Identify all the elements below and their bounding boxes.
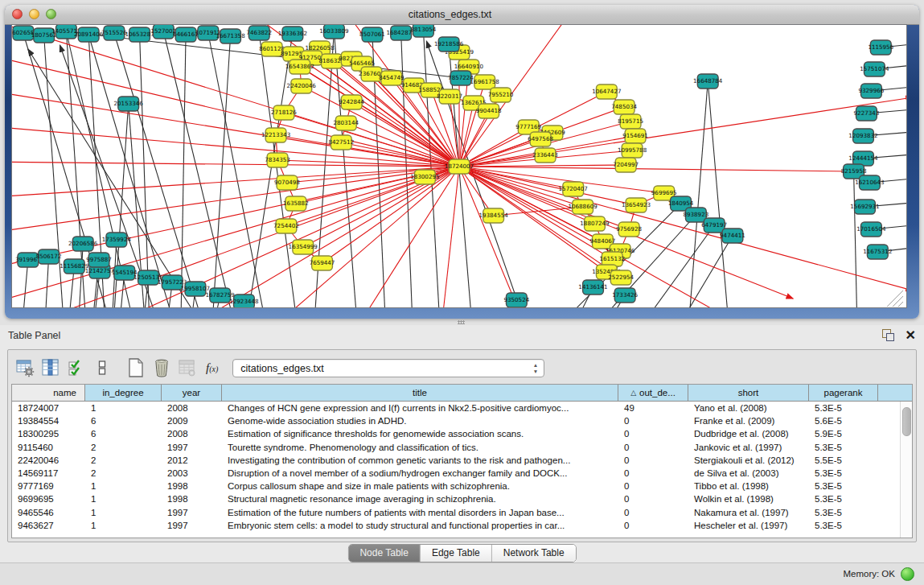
table-cell[interactable]: 2012	[162, 455, 222, 465]
table-cell[interactable]: 2	[85, 443, 162, 452]
table-cell[interactable]: 9777169	[12, 481, 85, 491]
column-chooser-icon[interactable]	[39, 356, 63, 380]
table-cell[interactable]: 2008	[162, 429, 222, 439]
graph-node[interactable]: 19218586	[434, 37, 464, 51]
table-cell[interactable]: de Silva et al. (2003)	[688, 468, 809, 478]
table-cell[interactable]: 2008	[162, 403, 222, 413]
graph-node[interactable]: 1635882	[283, 196, 309, 211]
graph-node[interactable]: 9242844	[339, 95, 364, 109]
graph-node[interactable]: 8506172	[36, 249, 62, 264]
network-window-titlebar[interactable]: citations_edges.txt	[5, 5, 919, 25]
table-cell[interactable]: 2	[85, 455, 162, 465]
table-cell[interactable]: 5.3E-5	[809, 494, 878, 504]
graph-node[interactable]: 9756928	[616, 222, 642, 237]
table-cell[interactable]: Franke et al. (2009)	[688, 416, 809, 426]
table-cell[interactable]: 6	[85, 429, 162, 439]
table-cell[interactable]: 1	[85, 521, 162, 530]
table-cell[interactable]: Wolkin et al. (1998)	[688, 494, 809, 504]
canvas-resize-grip-icon[interactable]	[887, 290, 903, 307]
table-cell[interactable]: 0	[618, 468, 688, 478]
table-cell[interactable]: Estimation of significance thresholds fo…	[222, 429, 618, 439]
table-cell[interactable]: 5.3E-5	[809, 403, 878, 413]
table-cell[interactable]: 5.9E-5	[809, 429, 878, 439]
table-cell[interactable]: Stergiakouli et al. (2012)	[688, 455, 809, 465]
table-select[interactable]: citations_edges.txt ▲▼	[232, 359, 544, 377]
graph-node[interactable]: 9474411	[720, 229, 745, 243]
table-row[interactable]: 1872400712008Changes of HCN gene express…	[12, 402, 901, 414]
merge-columns-icon[interactable]	[90, 356, 114, 380]
table-cell[interactable]: Structural magnetic resonance image aver…	[222, 494, 618, 504]
table-cell[interactable]: Tibbo et al. (1998)	[688, 481, 809, 491]
table-cell[interactable]: 1997	[162, 443, 222, 452]
table-cell[interactable]: 9463627	[12, 521, 85, 530]
float-window-icon[interactable]	[882, 329, 894, 341]
column-header-out_de[interactable]: △out_de...	[618, 385, 688, 401]
graph-edge[interactable]	[259, 33, 296, 307]
table-cell[interactable]: 0	[618, 429, 688, 439]
graph-node[interactable]: 20891406	[74, 27, 104, 42]
table-row[interactable]: 946554611997Estimation of the future num…	[12, 506, 901, 519]
graph-node[interactable]: 6497568	[528, 132, 553, 146]
graph-node[interactable]: 7254402	[273, 219, 299, 233]
graph-node[interactable]: 18300295	[410, 170, 439, 184]
graph-node[interactable]: 15692931	[850, 200, 879, 214]
graph-node[interactable]: 2803144	[333, 116, 359, 130]
graph-node[interactable]: 10688609	[568, 200, 598, 214]
table-cell[interactable]: 14569117	[12, 468, 85, 478]
graph-edge[interactable]	[689, 81, 708, 307]
graph-node[interactable]: 8507061	[359, 27, 385, 42]
graph-node[interactable]: 15751074	[860, 62, 889, 76]
graph-node[interactable]: 14136141	[578, 280, 607, 295]
table-cell[interactable]: Yano et al. (2008)	[688, 403, 809, 413]
table-row[interactable]: 969969511998Structural magnetic resonanc…	[12, 492, 901, 505]
panel-splitter[interactable]	[0, 319, 924, 325]
graph-node[interactable]: 20206586	[68, 237, 98, 251]
graph-node[interactable]: 1733426	[612, 288, 638, 303]
graph-node[interactable]: 22420046	[287, 79, 317, 93]
column-header-short[interactable]: short	[688, 385, 809, 401]
table-cell[interactable]: 5.3E-5	[809, 481, 878, 491]
graph-node[interactable]: 12213343	[261, 128, 290, 142]
table-cell[interactable]: 5.3E-5	[809, 508, 878, 517]
table-cell[interactable]: 5.6E-5	[809, 416, 878, 426]
table-cell[interactable]: Tourette syndrome. Phenomenology and cla…	[222, 443, 618, 452]
graph-node[interactable]: 7463822	[246, 26, 272, 40]
tab-edge-table[interactable]: Edge Table	[421, 545, 492, 562]
graph-node[interactable]: 7857224	[448, 71, 474, 85]
graph-node[interactable]: 7515526	[101, 26, 127, 40]
table-cell[interactable]: 6	[85, 416, 162, 426]
graph-node[interactable]: 15720407	[559, 182, 588, 196]
graph-edge[interactable]	[213, 36, 231, 307]
graph-node[interactable]: 10995788	[618, 143, 647, 158]
table-cell[interactable]: Corpus callosum shape and size in male p…	[222, 481, 618, 491]
table-cell[interactable]: 5.3E-5	[809, 443, 878, 452]
table-cell[interactable]: 18724007	[12, 403, 85, 413]
graph-node[interactable]: 16648784	[693, 74, 723, 89]
table-cell[interactable]: Disruption of a novel member of a sodium…	[222, 468, 618, 478]
graph-node[interactable]: 20153346	[114, 97, 144, 111]
graph-node[interactable]: 9070498	[274, 175, 300, 190]
table-row[interactable]: 911546021997Tourette syndrome. Phenomeno…	[12, 441, 901, 454]
table-cell[interactable]: 1997	[162, 521, 222, 530]
graph-edge[interactable]	[459, 165, 626, 167]
table-cell[interactable]: 2	[85, 468, 162, 478]
graph-node[interactable]: 2522954	[608, 270, 634, 285]
table-vertical-scrollbar[interactable]	[900, 402, 912, 538]
table-cell[interactable]: 1	[85, 494, 162, 504]
graph-node[interactable]: 7659447	[310, 256, 335, 270]
table-cell[interactable]: Investigating the contribution of common…	[222, 455, 618, 465]
graph-node[interactable]: 8427512	[328, 135, 354, 150]
table-row[interactable]: 2242004622012Investigating the contribut…	[12, 454, 901, 467]
tab-network-table[interactable]: Network Table	[492, 545, 576, 562]
splitter-grip-icon[interactable]	[458, 320, 465, 324]
table-settings-icon[interactable]	[13, 356, 37, 380]
table-cell[interactable]: 0	[618, 443, 688, 452]
graph-node[interactable]: 2718126	[271, 105, 297, 120]
graph-node[interactable]: 16354999	[289, 240, 318, 254]
table-cell[interactable]: 0	[618, 481, 688, 491]
new-file-icon[interactable]	[124, 356, 148, 380]
row-select-icon[interactable]	[64, 356, 88, 380]
graph-node[interactable]: 18724007	[445, 159, 474, 174]
table-cell[interactable]: 19384554	[12, 416, 85, 426]
delete-trash-icon[interactable]	[150, 356, 174, 380]
